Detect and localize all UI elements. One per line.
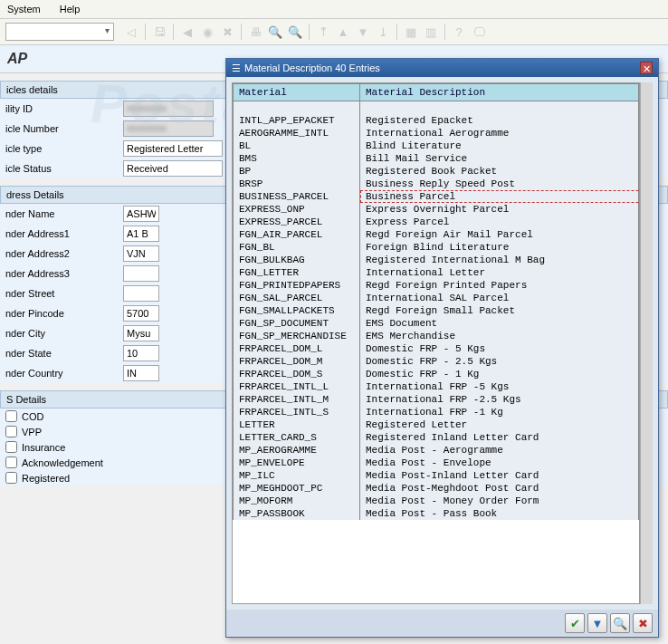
- table-row[interactable]: FRPARCEL_DOM_MDomestic FRP - 2.5 Kgs: [234, 355, 639, 368]
- cell-material[interactable]: FGN_BL: [234, 241, 360, 254]
- save-icon[interactable]: 🖫: [151, 24, 167, 40]
- cell-material[interactable]: MP_ILC: [234, 469, 360, 482]
- cell-description[interactable]: International FRP -5 Kgs: [360, 380, 639, 393]
- cell-material[interactable]: FRPARCEL_INTL_M: [234, 393, 360, 406]
- table-row[interactable]: EXPRESS_ONPExpress Overnight Parcel: [234, 203, 639, 216]
- table-row[interactable]: FGN_AIR_PARCELRegd Foreign Air Mail Parc…: [234, 228, 639, 241]
- table-row[interactable]: BLBlind Literature: [234, 139, 639, 152]
- cell-description[interactable]: Domestic FRP - 1 Kg: [360, 368, 639, 380]
- back-icon[interactable]: ◁: [123, 24, 139, 40]
- cell-material[interactable]: EXPRESS_ONP: [234, 203, 360, 216]
- article-number-field[interactable]: xxxxxxxx: [123, 120, 214, 137]
- help-icon[interactable]: ?: [451, 24, 467, 40]
- table-row[interactable]: FGN_PRINTEDPAPERSRegd Foreign Printed Pa…: [234, 279, 639, 292]
- cell-description[interactable]: Regd Foreign Small Packet: [360, 304, 639, 317]
- cod-checkbox[interactable]: [5, 410, 17, 422]
- sender-addr2-field[interactable]: [123, 245, 159, 262]
- table-row[interactable]: BPRegistered Book Packet: [234, 165, 639, 178]
- cell-description[interactable]: Media Post-Meghdoot Post Card: [360, 482, 639, 495]
- cell-material[interactable]: FGN_SP_MERCHANDISE: [234, 330, 360, 342]
- nav-back-icon[interactable]: ◀: [179, 24, 196, 40]
- sender-city-field[interactable]: [123, 325, 159, 341]
- cell-description[interactable]: Bill Mail Service: [360, 152, 639, 165]
- cell-material[interactable]: BMS: [234, 152, 360, 165]
- cell-description[interactable]: Registered International M Bag: [360, 254, 639, 266]
- table-row[interactable]: FGN_BLForeign Blind Literature: [234, 241, 639, 254]
- cancel-button[interactable]: ✖: [633, 613, 653, 633]
- sender-country-field[interactable]: [123, 365, 159, 381]
- accept-button[interactable]: ✔: [565, 613, 585, 633]
- table-row[interactable]: BRSPBusiness Reply Speed Post: [234, 178, 639, 190]
- new-session-icon[interactable]: ▦: [403, 24, 419, 40]
- print-icon[interactable]: 🖶: [247, 24, 263, 40]
- table-row[interactable]: BMSBill Mail Service: [234, 152, 639, 165]
- cell-description[interactable]: International FRP -2.5 Kgs: [360, 393, 639, 406]
- cell-material[interactable]: FRPARCEL_INTL_S: [234, 406, 360, 418]
- ack-checkbox[interactable]: [5, 457, 17, 468]
- cell-description[interactable]: EMS Merchandise: [360, 330, 639, 342]
- cell-description[interactable]: International SAL Parcel: [360, 292, 639, 304]
- layout-icon[interactable]: 🖵: [471, 24, 487, 40]
- cell-description[interactable]: Blind Literature: [360, 139, 639, 152]
- cell-description[interactable]: Registered Inland Letter Card: [360, 431, 639, 444]
- cell-description[interactable]: Media Post-Inland Letter Card: [360, 469, 639, 482]
- dialog-titlebar[interactable]: ☰ Material Description 40 Entries ✕: [226, 59, 658, 77]
- table-row[interactable]: FRPARCEL_INTL_MInternational FRP -2.5 Kg…: [234, 393, 639, 406]
- table-row[interactable]: FGN_BULKBAGRegistered International M Ba…: [234, 254, 639, 266]
- cell-material[interactable]: MP_PASSBOOK: [234, 507, 360, 520]
- cell-material[interactable]: BRSP: [234, 178, 360, 190]
- cell-material[interactable]: FGN_PRINTEDPAPERS: [234, 279, 360, 292]
- cell-material[interactable]: MP_MOFORM: [234, 495, 360, 507]
- filter-button[interactable]: ▼: [587, 613, 607, 633]
- command-combo[interactable]: [5, 23, 114, 41]
- close-icon[interactable]: ✕: [640, 62, 653, 74]
- table-row[interactable]: FRPARCEL_DOM_LDomestic FRP - 5 Kgs: [234, 342, 639, 355]
- table-row[interactable]: EXPRESS_PARCELExpress Parcel: [234, 216, 639, 228]
- sender-addr1-field[interactable]: [123, 226, 159, 242]
- shortcut-icon[interactable]: ▥: [423, 24, 439, 40]
- sender-name-field[interactable]: [123, 206, 159, 222]
- sender-street-field[interactable]: [123, 285, 159, 302]
- menu-help[interactable]: Help: [60, 4, 81, 14]
- registered-checkbox[interactable]: [5, 472, 17, 484]
- vertical-scrollbar[interactable]: [640, 82, 653, 604]
- cell-material[interactable]: MP_AEROGRAMME: [234, 444, 360, 457]
- table-row[interactable]: FGN_LETTERInternational Letter: [234, 266, 639, 279]
- cell-material[interactable]: FGN_SP_DOCUMENT: [234, 317, 360, 330]
- table-row[interactable]: MP_ENVELOPEMedia Post - Envelope: [234, 457, 639, 469]
- cell-description[interactable]: Regd Foreign Printed Papers: [360, 279, 639, 292]
- cell-material[interactable]: BP: [234, 165, 360, 178]
- article-type-field[interactable]: [123, 140, 223, 157]
- cell-material[interactable]: MP_MEGHDOOT_PC: [234, 482, 360, 495]
- cell-description[interactable]: Express Parcel: [360, 216, 639, 228]
- cell-description[interactable]: Domestic FRP - 5 Kgs: [360, 342, 639, 355]
- search-button[interactable]: 🔍: [610, 613, 630, 633]
- cell-description[interactable]: International Aerogramme: [360, 127, 639, 139]
- table-row[interactable]: MP_MEGHDOOT_PCMedia Post-Meghdoot Post C…: [234, 482, 639, 495]
- page-up-icon[interactable]: ▲: [335, 24, 351, 40]
- cell-material[interactable]: LETTER_CARD_S: [234, 431, 360, 444]
- table-row[interactable]: MP_MOFORMMedia Post - Money Order Form: [234, 495, 639, 507]
- cell-material[interactable]: BUSINESS_PARCEL: [234, 190, 360, 203]
- find-icon[interactable]: 🔍: [267, 24, 283, 40]
- table-row[interactable]: FRPARCEL_INTL_SInternational FRP -1 Kg: [234, 406, 639, 418]
- page-last-icon[interactable]: ⤓: [375, 24, 391, 40]
- table-row[interactable]: FGN_SAL_PARCELInternational SAL Parcel: [234, 292, 639, 304]
- cell-description[interactable]: Registered Book Packet: [360, 165, 639, 178]
- menu-system[interactable]: System: [7, 4, 41, 14]
- cell-material[interactable]: FGN_BULKBAG: [234, 254, 360, 266]
- cell-description[interactable]: Media Post - Pass Book: [360, 507, 639, 520]
- table-row[interactable]: LETTER_CARD_SRegistered Inland Letter Ca…: [234, 431, 639, 444]
- col-description[interactable]: Material Description: [360, 84, 639, 101]
- cell-material[interactable]: INTL_APP_EPACKET: [234, 114, 360, 127]
- page-down-icon[interactable]: ▼: [355, 24, 371, 40]
- sender-pincode-field[interactable]: [123, 305, 159, 322]
- cell-description[interactable]: Business Parcel: [360, 190, 639, 203]
- cell-description[interactable]: International Letter: [360, 266, 639, 279]
- cell-material[interactable]: BL: [234, 139, 360, 152]
- article-status-field[interactable]: [123, 160, 223, 177]
- table-row[interactable]: FGN_SMALLPACKETSRegd Foreign Small Packe…: [234, 304, 639, 317]
- table-row[interactable]: LETTERRegistered Letter: [234, 418, 639, 431]
- table-row[interactable]: MP_PASSBOOKMedia Post - Pass Book: [234, 507, 639, 520]
- cell-material[interactable]: FGN_LETTER: [234, 266, 360, 279]
